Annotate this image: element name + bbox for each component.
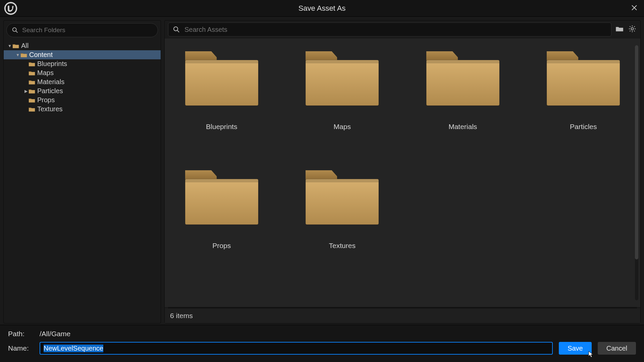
close-icon (631, 4, 637, 13)
svg-rect-7 (306, 60, 379, 63)
svg-rect-13 (547, 60, 620, 63)
folder-icon (29, 107, 35, 112)
tree-item-materials[interactable]: Materials (4, 77, 161, 86)
folder-icon (183, 168, 260, 226)
chevron-right-icon: ▶ (23, 89, 29, 94)
tree-item-content[interactable]: ▼Content (4, 50, 161, 59)
svg-rect-19 (306, 179, 379, 182)
tree-item-label: Maps (37, 69, 54, 77)
folder-icon (12, 43, 19, 49)
folder-icon (29, 88, 35, 94)
folder-item-textures[interactable]: Textures (299, 168, 386, 250)
scrollbar[interactable] (635, 45, 638, 300)
asset-grid-viewport: BlueprintsMapsMaterialsParticlesPropsTex… (165, 39, 640, 307)
folder-item-maps[interactable]: Maps (299, 49, 386, 131)
folder-item-particles[interactable]: Particles (540, 49, 627, 131)
asset-grid: BlueprintsMapsMaterialsParticlesPropsTex… (178, 49, 627, 250)
tree-item-props[interactable]: Props (4, 96, 161, 105)
svg-rect-3 (185, 60, 258, 106)
search-icon (11, 26, 19, 34)
folder-label: Materials (448, 123, 477, 131)
search-icon (172, 25, 180, 34)
asset-name-input[interactable] (40, 342, 553, 355)
settings-button[interactable] (628, 25, 637, 34)
tree-item-label: Content (29, 51, 53, 59)
status-bar: 6 items (165, 308, 640, 323)
folder-label: Maps (334, 123, 351, 131)
svg-rect-9 (426, 60, 499, 106)
tree-item-label: Textures (37, 105, 63, 113)
folder-display-mode-button[interactable] (615, 25, 624, 34)
svg-rect-15 (185, 179, 258, 225)
unreal-logo-icon (3, 1, 18, 16)
folder-search-box[interactable] (6, 23, 158, 37)
tree-item-maps[interactable]: Maps (4, 68, 161, 77)
folder-tree-panel: ▼All▼ContentBlueprintsMapsMaterials▶Part… (3, 20, 161, 323)
tree-item-particles[interactable]: ▶Particles (4, 86, 161, 96)
folder-label: Textures (329, 242, 356, 250)
dialog-footer: Path: /All/Game Name: Save Cancel (0, 325, 644, 362)
svg-rect-4 (185, 60, 258, 63)
asset-browser-panel: BlueprintsMapsMaterialsParticlesPropsTex… (164, 20, 641, 323)
tree-item-label: Props (37, 96, 55, 104)
svg-point-0 (13, 28, 16, 32)
dialog-body: ▼All▼ContentBlueprintsMapsMaterials▶Part… (0, 17, 644, 325)
tree-item-label: Particles (37, 87, 63, 95)
svg-rect-16 (185, 179, 258, 182)
folder-display-icon (615, 25, 624, 34)
folder-icon (304, 49, 381, 107)
save-asset-dialog: Save Asset As ▼All▼ContentBlueprintsMaps… (0, 0, 644, 362)
folder-icon (29, 70, 35, 76)
folder-search-input[interactable] (22, 26, 153, 34)
scrollbar-thumb[interactable] (635, 45, 638, 259)
folder-icon (183, 49, 260, 107)
window-title: Save Asset As (0, 4, 644, 13)
tree-item-all[interactable]: ▼All (4, 41, 161, 50)
asset-search-box[interactable] (168, 22, 611, 37)
tree-item-label: All (21, 42, 29, 50)
folder-icon (29, 61, 35, 67)
tree-item-label: Materials (37, 78, 64, 86)
folder-icon (545, 49, 622, 107)
tree-item-label: Blueprints (37, 60, 67, 68)
folder-label: Blueprints (206, 123, 237, 131)
folder-icon (29, 79, 35, 85)
item-count-label: 6 items (170, 312, 193, 320)
name-label: Name: (8, 344, 34, 352)
svg-point-2 (631, 28, 634, 30)
chevron-down-icon: ▼ (15, 53, 20, 57)
asset-search-input[interactable] (184, 26, 607, 34)
folder-tree: ▼All▼ContentBlueprintsMapsMaterials▶Part… (4, 40, 161, 115)
folder-item-props[interactable]: Props (178, 168, 265, 250)
cancel-button[interactable]: Cancel (598, 342, 636, 355)
path-label: Path: (8, 330, 34, 338)
svg-point-1 (174, 27, 178, 31)
svg-rect-12 (547, 60, 620, 106)
save-button[interactable]: Save (559, 342, 592, 355)
close-button[interactable] (629, 3, 640, 14)
folder-icon (304, 168, 381, 226)
titlebar: Save Asset As (0, 0, 644, 17)
folder-label: Props (212, 242, 231, 250)
tree-item-textures[interactable]: Textures (4, 105, 161, 114)
svg-rect-6 (306, 60, 379, 106)
svg-rect-10 (426, 60, 499, 63)
svg-rect-18 (306, 179, 379, 225)
tree-item-blueprints[interactable]: Blueprints (4, 59, 161, 68)
gear-icon (628, 25, 636, 34)
chevron-down-icon: ▼ (7, 44, 12, 48)
folder-item-materials[interactable]: Materials (419, 49, 506, 131)
folder-icon (424, 49, 501, 107)
path-value: /All/Game (40, 330, 70, 338)
folder-item-blueprints[interactable]: Blueprints (178, 49, 265, 131)
folder-icon (29, 98, 35, 103)
folder-label: Particles (570, 123, 597, 131)
folder-icon (20, 52, 27, 58)
